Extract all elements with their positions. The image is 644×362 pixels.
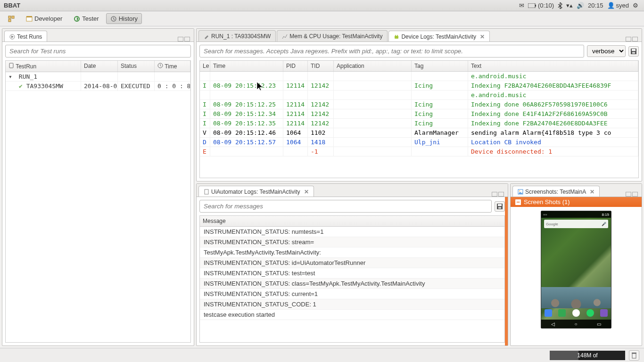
tab-test-runs[interactable]: Test Runs: [4, 31, 47, 42]
message-row[interactable]: INSTRUMENTATION_STATUS_CODE: 1: [200, 299, 504, 310]
perspective-toolbar: Developer Tester History: [0, 11, 644, 26]
col-level[interactable]: Le: [200, 61, 210, 71]
tree-collapse-icon[interactable]: ▾: [8, 73, 15, 80]
close-icon[interactable]: ✕: [478, 33, 485, 40]
message-row[interactable]: testcase execution started: [200, 310, 504, 320]
run-date: 2014-08-09: [81, 82, 118, 90]
message-row[interactable]: INSTRUMENTATION_STATUS: id=UiAutomatorTe…: [200, 258, 504, 268]
log-row[interactable]: I08-09 20:15:12.231211412142IcingIndexin…: [200, 81, 638, 90]
scrollbar[interactable]: [505, 197, 508, 346]
battery-indicator[interactable]: (0:10): [528, 2, 554, 9]
run-root-label: RUN_1: [19, 73, 37, 80]
lower-right: UiAutomator Logs: TestMainActivity ✕ Mes…: [196, 183, 642, 346]
log-row[interactable]: E-1Device disconnected: 1: [200, 147, 638, 156]
message-row[interactable]: TestMyApk.TestMyActivity.TestMainActivit…: [200, 247, 504, 258]
history-perspective[interactable]: History: [106, 13, 142, 24]
developer-perspective[interactable]: Developer: [22, 13, 66, 24]
clock-icon: [157, 63, 163, 68]
screenshot-thumb[interactable]: ◦◦◦8:15 Google🎤 ◁○▭: [511, 207, 642, 346]
maximize-icon[interactable]: [498, 192, 504, 197]
svg-rect-21: [498, 207, 501, 209]
screenshots-title: Screenshots: TestMainA: [525, 189, 586, 195]
test-runs-table: TestRun Date Status Time ▾ RUN_1 ✔: [5, 60, 191, 343]
trash-icon: [631, 352, 637, 359]
collapse-icon[interactable]: −: [515, 199, 521, 205]
statusbar: 148M of: [0, 348, 644, 362]
run-device-label: TA93304SMW: [26, 82, 63, 90]
message-row[interactable]: INSTRUMENTATION_STATUS: class=TestMyApk.…: [200, 279, 504, 289]
log-row[interactable]: I08-09 20:15:12.341211412142IcingIndexin…: [200, 109, 638, 119]
tab-run[interactable]: RUN_1 : TA93304SMW: [198, 30, 276, 41]
col-testrun[interactable]: TestRun: [16, 63, 36, 70]
tree-root-row[interactable]: ▾ RUN_1: [6, 72, 190, 82]
runs-icon: [9, 34, 15, 40]
uiautomator-list[interactable]: Message INSTRUMENTATION_STATUS: numtests…: [199, 215, 505, 343]
minimize-icon[interactable]: [626, 192, 631, 197]
log-row[interactable]: e.android.music: [200, 72, 638, 81]
col-app[interactable]: Application: [334, 61, 412, 71]
tester-perspective[interactable]: Tester: [69, 13, 103, 24]
col-time[interactable]: Time: [210, 61, 283, 71]
save-button[interactable]: [495, 201, 505, 212]
log-row[interactable]: D08-09 20:15:12.5710641418Ulp_jniLocatio…: [200, 138, 638, 147]
volume-icon[interactable]: 🔊: [577, 2, 584, 9]
message-row[interactable]: INSTRUMENTATION_STATUS: stream=: [200, 237, 504, 247]
tab-screenshots[interactable]: Screenshots: TestMainA ✕: [512, 186, 600, 197]
image-icon: [518, 189, 523, 195]
battery-text: (0:10): [538, 2, 554, 9]
close-icon[interactable]: ✕: [302, 189, 309, 195]
logcat-rows[interactable]: e.android.musicI08-09 20:15:12.231211412…: [200, 72, 638, 178]
uiautomator-search-input[interactable]: [199, 200, 492, 213]
log-row[interactable]: I08-09 20:15:12.251211412142IcingIndexin…: [200, 100, 638, 109]
maximize-icon[interactable]: [632, 37, 638, 41]
minimize-icon[interactable]: [492, 192, 497, 197]
col-pid[interactable]: PID: [283, 61, 308, 71]
log-level-select[interactable]: verbose: [587, 45, 626, 57]
bluetooth-icon[interactable]: [558, 2, 562, 9]
col-date[interactable]: Date: [81, 61, 118, 72]
developer-label: Developer: [34, 15, 62, 22]
maximize-icon[interactable]: [632, 192, 638, 197]
test-runs-search-input[interactable]: [5, 45, 191, 58]
col-message[interactable]: Message: [200, 216, 504, 227]
network-icon[interactable]: ▾▴: [566, 2, 573, 9]
tab-run-label: RUN_1 : TA93304SMW: [211, 33, 271, 40]
close-icon[interactable]: ✕: [588, 189, 594, 195]
tree-child-row[interactable]: ✔ TA93304SMW 2014-08-09 EXECUTED 0 : 0 :…: [6, 82, 190, 91]
tab-devicelogs-label: Device Logs: TestMainActivity: [401, 33, 476, 40]
col-tag[interactable]: Tag: [412, 61, 468, 71]
device-screenshot: ◦◦◦8:15 Google🎤 ◁○▭: [541, 211, 611, 329]
open-perspective-button[interactable]: [4, 14, 19, 24]
screenshots-group-label: Screen Shots (1): [524, 198, 570, 206]
svg-rect-10: [9, 63, 13, 68]
minimize-icon[interactable]: [626, 37, 631, 41]
clock[interactable]: 20:15: [588, 2, 603, 9]
tab-memcpu[interactable]: Mem & CPU Usage: TestMainActivity: [277, 30, 388, 41]
gear-icon[interactable]: ⚙: [633, 2, 638, 9]
col-time[interactable]: Time: [165, 63, 177, 70]
mail-icon[interactable]: ✉: [519, 2, 524, 9]
log-row[interactable]: e.android.music: [200, 90, 638, 100]
maximize-icon[interactable]: [184, 37, 190, 41]
tab-uiautomator[interactable]: UiAutomator Logs: TestMainActivity ✕: [198, 186, 314, 197]
heap-status[interactable]: 148M of: [550, 351, 625, 360]
svg-rect-18: [205, 189, 208, 194]
user-menu[interactable]: 👤 syed: [607, 2, 629, 9]
message-row[interactable]: INSTRUMENTATION_STATUS: current=1: [200, 289, 504, 299]
log-row[interactable]: I08-09 20:15:12.351211412142IcingIndexin…: [200, 119, 638, 128]
logcat-search-input[interactable]: [199, 45, 584, 58]
message-row[interactable]: INSTRUMENTATION_STATUS: numtests=1: [200, 227, 504, 237]
tab-devicelogs[interactable]: Device Logs: TestMainActivity ✕: [388, 31, 490, 42]
svg-point-23: [519, 190, 520, 191]
col-tid[interactable]: TID: [308, 61, 334, 71]
save-button[interactable]: [628, 46, 639, 57]
gc-button[interactable]: [629, 350, 639, 361]
col-status[interactable]: Status: [118, 61, 155, 72]
screenshots-group-header[interactable]: − Screen Shots (1): [511, 197, 642, 207]
log-row[interactable]: V08-09 20:15:12.4610641102AlarmManagerse…: [200, 128, 638, 138]
android-icon: [394, 34, 399, 40]
message-row[interactable]: INSTRUMENTATION_STATUS: test=test: [200, 268, 504, 279]
col-text[interactable]: Text: [468, 61, 638, 71]
minimize-icon[interactable]: [178, 37, 183, 41]
run-status: EXECUTED: [118, 82, 155, 90]
